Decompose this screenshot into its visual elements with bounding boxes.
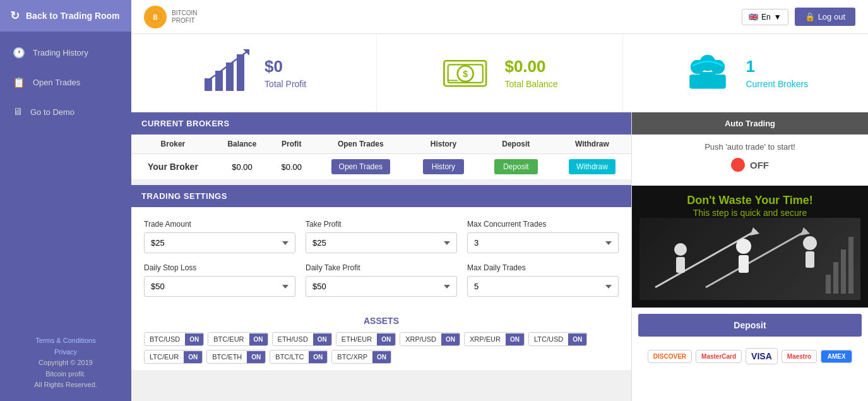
broker-row: Your Broker $0.00 $0.00 Open Trades Hist… <box>131 154 631 180</box>
trade-amount-label: Trade Amount <box>144 220 295 229</box>
svg-rect-23 <box>676 257 685 273</box>
trades-icon: 📋 <box>13 76 25 88</box>
asset-item: XRP/EURON <box>464 332 525 346</box>
demo-icon: 🖥 <box>13 106 23 117</box>
stats-row: $0 Total Profit $ $0.00 Total Balance <box>131 34 868 112</box>
main-content: B BITCOIN PROFIT 🇬🇧 En ▼ 🔒 Log out <box>131 0 868 401</box>
broker-name: Your Broker <box>148 162 198 172</box>
trade-amount-select[interactable]: $25$50$100 <box>144 232 295 253</box>
max-daily-trades-field: Max Daily Trades 51020 <box>467 263 619 297</box>
logo-sub: PROFIT <box>172 17 198 25</box>
profit-value: $0 <box>265 57 306 76</box>
balance-label: Total Balance <box>504 79 557 89</box>
asset-toggle-button[interactable]: ON <box>568 333 586 345</box>
history-button[interactable]: History <box>423 159 464 174</box>
sidebar: ↻ Back to Trading Room 🕐 Trading History… <box>0 0 131 401</box>
broker-profit: $0.00 <box>270 154 313 180</box>
topbar-right: 🇬🇧 En ▼ 🔒 Log out <box>742 8 855 26</box>
max-daily-trades-select[interactable]: 51020 <box>467 276 619 297</box>
sidebar-item-open-trades-label: Open Trades <box>33 78 80 87</box>
asset-label: ETH/USD <box>273 333 313 345</box>
sidebar-item-trading-history-label: Trading History <box>33 48 88 57</box>
deposit-button[interactable]: Deposit <box>494 159 538 174</box>
max-concurrent-field: Max Concurrent Trades 123510 <box>467 220 619 253</box>
max-concurrent-label: Max Concurrent Trades <box>467 220 619 229</box>
profit-info: $0 Total Profit <box>265 57 306 89</box>
promo-deposit-button[interactable]: Deposit <box>638 314 862 337</box>
brokers-title: CURRENT BROKERS <box>141 119 230 128</box>
back-to-trading-room-button[interactable]: ↻ Back to Trading Room <box>0 0 131 32</box>
col-open-trades: Open Trades <box>313 135 408 154</box>
amex-logo: AMEX <box>821 350 852 363</box>
asset-item: ETH/EURON <box>336 332 396 346</box>
auto-trading-header: Auto Trading <box>632 112 868 135</box>
withdraw-button[interactable]: Withdraw <box>569 159 615 174</box>
svg-rect-28 <box>826 275 831 294</box>
logo: B BITCOIN PROFIT <box>144 6 198 28</box>
sidebar-item-go-to-demo[interactable]: 🖥 Go to Demo <box>0 97 131 126</box>
svg-point-22 <box>674 243 687 256</box>
asset-toggle-button[interactable]: ON <box>372 351 391 363</box>
take-profit-field: Take Profit $25$50$100 <box>306 220 457 253</box>
svg-rect-27 <box>806 251 814 268</box>
rights-text: All Rights Reserved. <box>34 381 97 388</box>
toggle-dot[interactable] <box>731 158 745 172</box>
max-concurrent-select[interactable]: 123510 <box>467 232 619 253</box>
back-label: Back to Trading Room <box>26 11 120 21</box>
asset-label: XRP/USD <box>400 333 441 345</box>
asset-item: BTC/EURON <box>208 332 268 346</box>
daily-stop-loss-select[interactable]: $50$100$200 <box>144 276 295 297</box>
discover-logo: DISCOVER <box>648 350 692 363</box>
daily-take-profit-label: Daily Take Profit <box>306 263 457 272</box>
svg-rect-30 <box>841 249 846 294</box>
asset-toggle-button[interactable]: ON <box>377 333 395 345</box>
sidebar-item-open-trades[interactable]: 📋 Open Trades <box>0 68 131 97</box>
trading-settings-header: TRADING SETTINGS <box>131 185 631 207</box>
open-trades-button[interactable]: Open Trades <box>331 159 390 174</box>
visa-logo: VISA <box>746 348 778 364</box>
svg-text:$: $ <box>463 69 468 79</box>
asset-label: BTC/USD <box>145 333 185 345</box>
trading-settings-section: TRADING SETTINGS Trade Amount $25$50$100… <box>131 185 631 309</box>
asset-toggle-button[interactable]: ON <box>309 351 327 363</box>
asset-toggle-button[interactable]: ON <box>441 333 460 345</box>
terms-link[interactable]: Terms & Conditions <box>35 337 95 344</box>
balance-info: $0.00 Total Balance <box>504 57 557 89</box>
sidebar-footer: Terms & Conditions Privacy Copyright © 2… <box>0 325 131 401</box>
asset-toggle-button[interactable]: ON <box>247 351 265 363</box>
asset-toggle-button[interactable]: ON <box>313 333 331 345</box>
total-balance-card: $ $0.00 Total Balance <box>377 34 622 112</box>
chevron-down-icon: ▼ <box>774 13 782 21</box>
left-panel: CURRENT BROKERS Broker Balance Profit Op… <box>131 112 631 401</box>
topbar: B BITCOIN PROFIT 🇬🇧 En ▼ 🔒 Log out <box>131 0 868 34</box>
daily-take-profit-select[interactable]: $50$100$200 <box>306 276 457 297</box>
language-button[interactable]: 🇬🇧 En ▼ <box>742 9 788 25</box>
asset-item: BTC/ETHON <box>206 350 266 364</box>
sidebar-nav: 🕐 Trading History 📋 Open Trades 🖥 Go to … <box>0 32 131 325</box>
assets-section: ASSETS BTC/USDONBTC/EURONETH/USDONETH/EU… <box>131 309 631 370</box>
promo-chart-svg <box>639 218 860 300</box>
col-history: History <box>408 135 479 154</box>
sidebar-item-trading-history[interactable]: 🕐 Trading History <box>0 38 131 68</box>
asset-toggle-button[interactable]: ON <box>506 333 524 345</box>
asset-toggle-button[interactable]: ON <box>185 333 203 345</box>
asset-item: BTC/USDON <box>144 332 204 346</box>
logout-label: Log out <box>818 12 845 21</box>
take-profit-select[interactable]: $25$50$100 <box>306 232 457 253</box>
payment-logos: DISCOVER MasterCard VISA Maestro AMEX <box>632 343 868 369</box>
privacy-link[interactable]: Privacy <box>54 348 77 356</box>
svg-rect-29 <box>833 262 838 294</box>
col-withdraw: Withdraw <box>553 135 631 154</box>
brand-text: Bitcoin profit. <box>45 370 86 378</box>
col-balance: Balance <box>215 135 270 154</box>
svg-text:B: B <box>153 14 157 21</box>
broker-balance: $0.00 <box>215 154 270 180</box>
asset-label: LTC/EUR <box>145 350 184 363</box>
svg-rect-25 <box>739 255 749 273</box>
logout-button[interactable]: 🔒 Log out <box>795 8 855 26</box>
mastercard-logo: MasterCard <box>696 350 742 363</box>
asset-toggle-button[interactable]: ON <box>249 333 268 345</box>
asset-toggle-button[interactable]: ON <box>184 351 202 363</box>
promo-title: Don't Waste Your Time! <box>639 193 860 208</box>
daily-stop-loss-label: Daily Stop Loss <box>144 263 295 272</box>
